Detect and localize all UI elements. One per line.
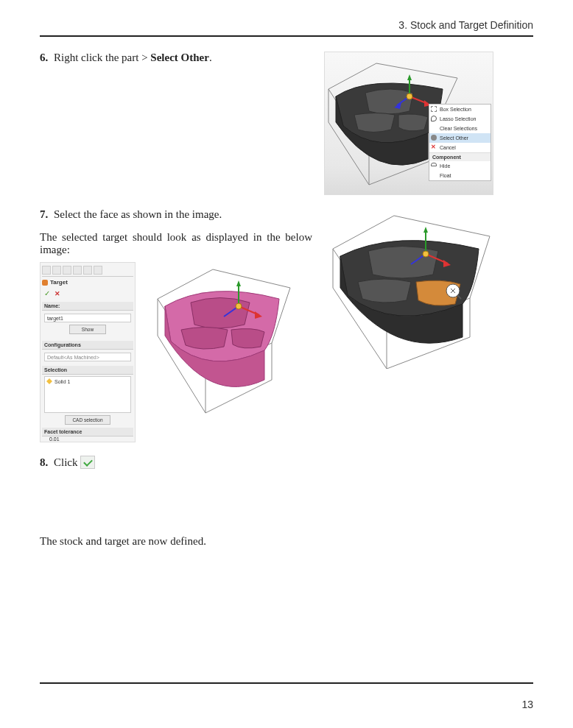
step-7-text: Select the face as shown in the image. (54, 208, 222, 220)
figure-right-click-menu: Box Selection Lasso Selection Clear Sele… (324, 52, 493, 195)
name-input[interactable]: target1 (44, 314, 131, 322)
step-8-number: 8. (40, 456, 48, 468)
ok-icon[interactable]: ✓ (44, 289, 50, 297)
cancel-icon[interactable]: ✕ (55, 290, 60, 297)
toolbar-icon[interactable] (52, 266, 61, 275)
context-menu: Box Selection Lasso Selection Clear Sele… (429, 104, 491, 181)
cad-selection-button[interactable]: CAD selection (65, 415, 110, 425)
svg-point-6 (407, 93, 412, 99)
header-rule (40, 35, 533, 37)
toolbar-icon[interactable] (73, 266, 82, 275)
solid-icon (46, 378, 52, 384)
closing-text: The stock and target are now defined. (40, 535, 533, 548)
step-8-text: Click (54, 456, 78, 468)
target-property-panel: Target ✓ ✕ Name: target1 Show Configurat… (40, 262, 136, 442)
toolbar-icon[interactable] (94, 266, 102, 275)
step-8: 8. Click (40, 456, 533, 469)
panel-toolbar (42, 264, 133, 277)
panel-selection-header: Selection (42, 366, 133, 375)
menu-item-clear-selections[interactable]: Clear Selections (429, 124, 491, 133)
step-7: 7. Select the face as shown in the image… (40, 208, 312, 221)
config-input[interactable]: Default<As Machined> (44, 353, 131, 361)
show-button[interactable]: Show (69, 325, 106, 334)
toolbar-icon[interactable] (63, 266, 71, 275)
menu-item-cancel[interactable]: ✕Cancel (429, 143, 491, 152)
step-6-number: 6. (40, 52, 48, 63)
toolbar-icon[interactable] (83, 266, 92, 275)
step-6-text-a: Right click the part > (54, 52, 150, 63)
figure-selected-target (150, 262, 305, 417)
figure-face-selection (324, 208, 510, 369)
svg-point-12 (236, 303, 242, 309)
step-7-followup: The selected target should look as displ… (40, 231, 312, 256)
facet-value: 0.01 (42, 437, 133, 442)
menu-item-hide[interactable]: Hide (429, 161, 491, 171)
toolbar-icon[interactable] (42, 266, 51, 275)
panel-title: Target (42, 277, 133, 288)
step-6-text-c: . (209, 52, 212, 63)
page-number: 13 (521, 699, 533, 710)
step-7-number: 7. (40, 208, 48, 220)
cancel-icon: ✕ (431, 144, 437, 150)
hide-icon (431, 163, 437, 166)
checkmark-icon (80, 456, 95, 469)
menu-item-float[interactable]: Float (429, 171, 491, 180)
select-other-icon (431, 135, 437, 141)
step-6-bold: Select Other (150, 52, 209, 63)
chapter-heading: 3. Stock and Target Definition (40, 19, 533, 35)
menu-section-component: Component (429, 152, 491, 161)
svg-marker-1 (407, 74, 412, 80)
menu-item-lasso-selection[interactable]: Lasso Selection (429, 114, 491, 124)
svg-point-18 (423, 251, 429, 257)
menu-item-select-other[interactable]: Select Other (429, 133, 491, 143)
list-item[interactable]: Solid 1 (46, 378, 129, 384)
panel-config-header: Configurations (42, 341, 133, 350)
svg-marker-8 (236, 280, 241, 286)
menu-item-box-selection[interactable]: Box Selection (429, 105, 491, 114)
step-6: 6. Right click the part > Select Other. (40, 52, 312, 64)
selection-list[interactable]: Solid 1 (44, 376, 131, 413)
panel-name-header: Name: (42, 302, 133, 311)
lasso-icon (431, 116, 437, 121)
target-icon (42, 280, 48, 286)
footer-rule (40, 682, 533, 684)
panel-facet-header: Facet tolerance (42, 428, 133, 437)
svg-marker-14 (423, 227, 428, 233)
box-selection-icon (431, 106, 437, 112)
